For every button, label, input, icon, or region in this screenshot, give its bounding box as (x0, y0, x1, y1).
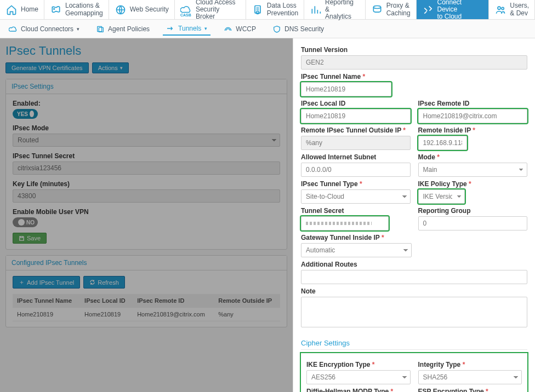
wccp-icon (224, 25, 232, 33)
page-title: IPsec Tunnels (5, 44, 287, 58)
nav-label: Connect Device to Cloud (437, 0, 483, 20)
tunnel-secret-label: Tunnel Secret (301, 207, 411, 215)
nav-web-security[interactable]: Web Security (109, 0, 175, 19)
local-id-label: IPsec Local ID (301, 100, 411, 107)
col-header: Remote Outside IP (214, 294, 280, 308)
toggle-knob (30, 111, 34, 117)
nav-label: Proxy & Caching (386, 2, 411, 16)
integrity-label: Integrity Type (418, 361, 522, 368)
additional-routes-input[interactable] (301, 270, 527, 284)
chart-icon (310, 4, 322, 16)
nav-locations[interactable]: Locations & Geomapping (44, 0, 109, 19)
mode-label: Mode (418, 153, 528, 161)
keylife-input[interactable] (13, 189, 280, 203)
subnav-agent-policies[interactable]: Agent Policies (93, 23, 153, 35)
nav-label: Web Security (130, 6, 169, 13)
subnav-cloud-connectors[interactable]: Cloud Connectors ▾ (5, 23, 83, 35)
ike-policy-select[interactable]: IKE Version 2 (418, 189, 465, 204)
users-icon (494, 4, 506, 16)
globe-icon (115, 4, 127, 16)
nav-casb[interactable]: CASB Cloud Access Security Broker (175, 0, 246, 19)
nav-label: Data Loss Prevention (267, 2, 298, 16)
reporting-group-input[interactable] (418, 216, 528, 230)
nav-connect-device[interactable]: Connect Device to Cloud (417, 0, 490, 19)
subnav-wccp[interactable]: WCCP (220, 23, 259, 35)
refresh-icon (89, 279, 95, 285)
subnav-tunnels[interactable]: Tunnels ▾ (163, 22, 210, 36)
ipsec-secret-input[interactable] (13, 162, 280, 175)
outside-ip-input[interactable] (301, 136, 411, 150)
password-mask (306, 222, 372, 225)
tunnel-type-label: IPsec Tunnel Type (301, 180, 411, 188)
cloud-lock-icon: CASB (180, 4, 192, 16)
tunnel-version-select[interactable]: GEN2 (301, 55, 527, 70)
caret-down-icon: ▾ (120, 65, 123, 71)
tunnel-secret-input[interactable] (301, 216, 389, 230)
refresh-button[interactable]: Refresh (83, 276, 125, 289)
subnav-label: WCCP (236, 25, 256, 33)
outside-ip-label: Remote IPsec Tunnel Outside IP (301, 126, 411, 134)
keylife-label: Key Life (minutes) (13, 180, 280, 188)
ipsec-settings-panel: IPsec Settings Enabled: YES IPsec Mode R… (5, 79, 287, 250)
ipsec-mode-label: IPsec Mode (13, 124, 280, 132)
inside-ip-label: Remote Inside IP (418, 126, 528, 134)
cipher-settings-group: IKE Encryption Type AES256 Integrity Typ… (301, 353, 527, 392)
save-settings-button[interactable]: Save (13, 233, 47, 244)
tunnel-version-label: Tunnel Version (301, 46, 527, 54)
inside-ip-input[interactable] (418, 136, 468, 150)
home-icon (5, 4, 18, 16)
nav-reporting[interactable]: Reporting & Analytics (304, 0, 365, 19)
esp-enc-label: ESP Encryption Type (418, 388, 522, 392)
panel-title: IPsec Settings (6, 79, 287, 94)
actions-dropdown-button[interactable]: Actions ▾ (92, 62, 129, 73)
cloud-icon (9, 25, 18, 33)
svg-point-4 (373, 5, 380, 8)
tunnel-name-label: IPsec Tunnel Name (301, 73, 527, 80)
tunnel-name-input[interactable] (301, 82, 391, 96)
toggle-knob (18, 219, 25, 226)
allowed-subnet-input[interactable] (301, 163, 411, 177)
remote-id-input[interactable] (418, 109, 528, 123)
nav-label: Home (21, 6, 38, 13)
remote-id-label: IPsec Remote ID (418, 100, 528, 107)
svg-point-5 (498, 7, 500, 9)
tunnel-type-select[interactable]: Site-to-Cloud (301, 189, 411, 204)
col-header: IPsec Remote ID (133, 294, 214, 308)
ike-enc-select[interactable]: AES256 (306, 370, 411, 384)
mobile-vpn-toggle[interactable]: NO (13, 217, 38, 227)
sub-nav: Cloud Connectors ▾ Agent Policies Tunnel… (0, 20, 535, 38)
gateway-inside-select[interactable]: Automatic (301, 243, 412, 257)
subnav-dns-security[interactable]: DNS Security (269, 23, 327, 35)
svg-rect-2 (255, 5, 260, 13)
integrity-select[interactable]: SHA256 (418, 370, 522, 384)
tunnels-table: IPsec Tunnel Name IPsec Local ID IPsec R… (13, 294, 280, 321)
note-textarea[interactable] (301, 297, 527, 327)
panel-title: Configured IPsec Tunnels (6, 256, 287, 270)
nav-proxy[interactable]: Proxy & Caching (366, 0, 417, 19)
mode-select[interactable]: Main (418, 163, 528, 177)
nav-dlp[interactable]: Data Loss Prevention (246, 0, 304, 19)
svg-point-0 (54, 8, 55, 9)
enabled-toggle[interactable]: YES (13, 109, 38, 119)
table-row[interactable]: Home210819 Home210819 Home210819@citrix.… (13, 308, 280, 321)
agent-icon (96, 25, 105, 33)
nav-label: Users, & Dev (510, 2, 529, 16)
caret-down-icon: ▾ (77, 26, 79, 32)
add-ipsec-tunnel-button[interactable]: ＋ Add IPsec Tunnel (13, 276, 80, 289)
ike-enc-label: IKE Encryption Type (306, 361, 411, 368)
col-header: IPsec Tunnel Name (13, 294, 80, 308)
nav-users[interactable]: Users, & Dev (489, 0, 535, 19)
ipsec-mode-select[interactable]: Routed (13, 134, 280, 147)
plus-icon: ＋ (19, 278, 25, 286)
subnav-label: Tunnels (178, 25, 201, 32)
generate-vpn-certificates-button[interactable]: Generate VPN Certificates (5, 62, 89, 73)
local-id-input[interactable] (301, 109, 411, 123)
configured-tunnels-panel: Configured IPsec Tunnels ＋ Add IPsec Tun… (5, 255, 287, 327)
nav-home[interactable]: Home (0, 0, 44, 19)
caret-down-icon: ▾ (204, 26, 207, 31)
subnav-label: Cloud Connectors (21, 25, 73, 33)
subnav-label: DNS Security (284, 25, 324, 33)
top-nav: Home Locations & Geomapping Web Security… (0, 0, 535, 20)
nav-label: Cloud Access Security Broker (196, 0, 240, 20)
proxy-icon (371, 4, 383, 16)
